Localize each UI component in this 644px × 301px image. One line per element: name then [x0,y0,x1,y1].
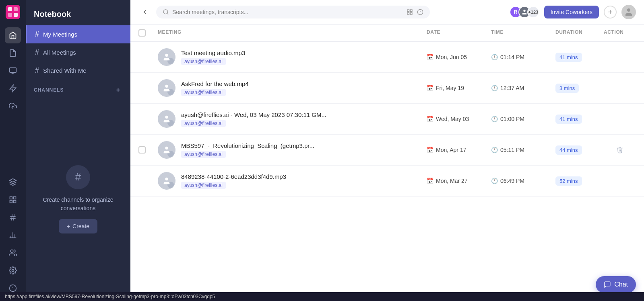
meeting-time: 🕐 01:14 PM [491,54,555,60]
checkbox-header-col [138,29,158,37]
app-title: Notebook [26,0,130,25]
nav-barchart-icon[interactable] [5,227,21,243]
add-channel-button[interactable]: + [114,86,122,94]
action-cell [604,146,636,154]
user-avatar[interactable] [621,5,636,19]
duration-cell: 52 mins [555,176,604,186]
calendar-icon: 📅 [427,85,433,91]
date-value: Wed, May 03 [436,116,469,122]
duration-col-header: DURATION [555,29,604,37]
nav-hash-icon[interactable] [5,209,21,225]
duration-cell: 3 mins [555,84,604,93]
invite-button-label: Invite Coworkers [551,9,592,15]
svg-rect-2 [14,7,18,11]
table-row[interactable]: 8489238-44100-2-6ead23dd3f4d9.mp3 ayush@… [130,166,644,197]
date-value: Mon, Jun 05 [436,54,467,60]
add-button[interactable]: + [604,6,617,18]
nav-layers-icon[interactable] [5,174,21,190]
clock-icon: 🕐 [491,85,498,91]
time-value: 05:11 PM [500,147,524,153]
sidebar-all-meetings-label: All Meetings [43,49,76,56]
date-value: Mon, Apr 17 [436,147,466,153]
meeting-title: AskFred for the web.mp4 [181,80,249,87]
create-channel-text: Create channels to organize conversation… [34,196,122,213]
back-button[interactable] [138,6,151,18]
hash-icon: # [35,30,39,39]
svg-rect-33 [410,12,412,14]
time-value: 06:49 PM [500,178,524,184]
svg-rect-4 [14,13,18,17]
create-channel-button[interactable]: + Create [59,219,97,233]
nav-upload-icon[interactable] [5,98,21,114]
time-value: 01:00 PM [500,116,524,122]
create-plus-icon: + [67,223,70,229]
avatar-stack: R +123 [510,6,539,18]
table-row[interactable]: MBS597_-_Revolutionizing_Scaling_(getmp3… [130,135,644,166]
grid-search-icon [407,9,413,15]
meeting-date: 📅 Mon, Mar 27 [427,178,491,184]
nav-settings-icon[interactable] [5,262,21,278]
date-value: Mon, Mar 27 [436,178,468,184]
calendar-icon: 📅 [427,54,433,60]
select-all-checkbox[interactable] [138,29,146,37]
create-channel-area: # Create channels to organize conversati… [26,97,130,301]
meeting-tag: ayush@fireflies.ai [181,89,226,96]
nav-screen-icon[interactable] [5,63,21,79]
meeting-time: 🕐 01:00 PM [491,116,555,122]
icon-bar [0,0,26,301]
topbar: R +123 Invite Coworkers + [130,0,644,25]
nav-doc-icon[interactable] [5,45,21,61]
nav-bolt-icon[interactable] [5,80,21,96]
info-search-icon [417,9,423,15]
svg-point-39 [165,54,168,57]
meeting-date: 📅 Mon, Apr 17 [427,147,491,153]
svg-point-43 [165,178,168,180]
table-row[interactable]: Test meeting audio.mp3 ayush@fireflies.a… [130,42,644,73]
meeting-title: ayush@fireflies.ai - Wed, 03 May 2023 07… [181,111,326,118]
svg-rect-32 [407,12,409,14]
table-header: MEETING DATE TIME DURATION ACTION [130,25,644,42]
chat-button[interactable]: Chat [596,276,636,293]
time-value: 12:37 AM [500,85,524,91]
sidebar-item-my-meetings[interactable]: # My Meetings [26,25,130,43]
meeting-details: 8489238-44100-2-6ead23dd3f4d9.mp3 ayush@… [181,173,286,189]
invite-coworkers-button[interactable]: Invite Coworkers [544,6,599,18]
clock-icon: 🕐 [491,54,498,60]
status-bar: https://app.fireflies.ai/view/MBS597-Rev… [0,292,644,301]
hash-circle-icon: # [66,165,90,189]
meeting-avatar [158,48,175,66]
date-value: Fri, May 19 [436,85,464,91]
meeting-avatar [158,172,175,190]
meeting-tag: ayush@fireflies.ai [181,58,226,65]
nav-grid-icon[interactable] [5,192,21,208]
topbar-right: R +123 Invite Coworkers + [510,5,636,19]
duration-cell: 44 mins [555,145,604,155]
nav-people-icon[interactable] [5,245,21,261]
duration-badge: 44 mins [555,145,582,155]
svg-point-42 [165,147,168,149]
table-row[interactable]: AskFred for the web.mp4 ayush@fireflies.… [130,73,644,104]
meeting-info: Test meeting audio.mp3 ayush@fireflies.a… [158,48,427,66]
svg-rect-14 [14,201,16,203]
delete-button[interactable] [616,146,623,154]
search-input[interactable] [172,9,403,15]
svg-rect-0 [6,5,20,19]
sidebar-item-shared-with-me[interactable]: # Shared With Me [26,61,130,80]
channels-label: CHANNELS [34,87,64,93]
meeting-details: Test meeting audio.mp3 ayush@fireflies.a… [181,49,245,65]
meeting-time: 🕐 12:37 AM [491,85,555,91]
nav-home-icon[interactable] [5,27,21,43]
date-col-header: DATE [427,29,491,37]
svg-point-23 [10,250,13,253]
sidebar-item-all-meetings[interactable]: # All Meetings [26,43,130,61]
app-logo[interactable] [6,5,20,19]
row-checkbox-col[interactable] [138,146,158,154]
search-icon [163,9,169,15]
svg-point-28 [163,10,168,14]
row-4-checkbox[interactable] [138,146,146,154]
time-col-header: TIME [491,29,555,37]
svg-rect-1 [8,7,12,11]
meeting-info: AskFred for the web.mp4 ayush@fireflies.… [158,79,427,97]
create-button-label: Create [72,223,89,229]
table-row[interactable]: ayush@fireflies.ai - Wed, 03 May 2023 07… [130,104,644,135]
